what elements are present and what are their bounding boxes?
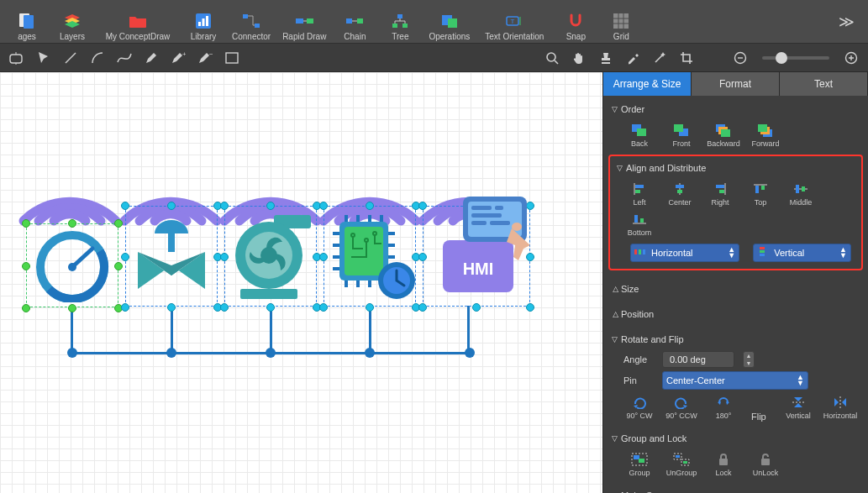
unlock-button[interactable]: UnLock <box>746 450 785 479</box>
svg-rect-87 <box>677 190 682 193</box>
svg-rect-93 <box>761 186 765 190</box>
tab-arrange[interactable]: Arrange & Size <box>603 72 692 96</box>
rotate-ccw-icon <box>674 396 689 409</box>
svg-rect-113 <box>719 459 728 465</box>
section-header[interactable]: ▽Make Same <box>612 487 860 493</box>
chain-icon <box>345 15 364 27</box>
unlock-icon <box>760 453 771 466</box>
toolbar-snap[interactable]: Snap <box>554 3 597 41</box>
toolbar-library[interactable]: Library <box>181 3 225 41</box>
zoom-out[interactable] <box>729 47 752 69</box>
svg-rect-6 <box>198 22 201 26</box>
align-right[interactable]: Right <box>701 180 739 208</box>
section-header[interactable]: ▽Group and Lock <box>612 430 860 447</box>
tool-rectangle[interactable] <box>220 47 244 69</box>
align-bottom[interactable]: Bottom <box>620 210 659 239</box>
tab-format[interactable]: Format <box>692 72 780 96</box>
toolbar-label: Text Orientation <box>485 32 544 41</box>
toolbar-myconceptdraw[interactable]: My ConceptDraw <box>96 3 180 41</box>
snap-icon <box>568 13 583 29</box>
align-left[interactable]: Left <box>620 180 659 208</box>
tab-text[interactable]: Text <box>780 72 868 96</box>
rotate-ccw[interactable]: 90° CCW <box>662 393 701 422</box>
svg-rect-16 <box>392 24 397 28</box>
toolbar-pages[interactable]: ages <box>5 3 49 41</box>
tool-line[interactable] <box>59 47 82 69</box>
tool-arc[interactable] <box>86 47 109 69</box>
zoom-in[interactable] <box>839 47 863 69</box>
order-front[interactable]: Front <box>662 121 701 149</box>
toolbar-textorientation[interactable]: T Text Orientation <box>476 3 552 41</box>
lock-button[interactable]: Lock <box>704 450 743 479</box>
tool-pen-remove[interactable]: − <box>193 47 217 69</box>
section-header[interactable]: ▽Align and Distribute <box>613 160 858 176</box>
order-back[interactable]: Back <box>620 121 659 149</box>
section-header[interactable]: ▽Rotate and Flip <box>612 331 860 348</box>
section-header[interactable]: ▷Size <box>612 281 860 297</box>
order-forward[interactable]: Forward <box>746 121 785 149</box>
toolbar-chain[interactable]: Chain <box>333 3 376 41</box>
tool-select[interactable] <box>5 47 29 69</box>
tool-curve[interactable] <box>113 47 136 69</box>
svg-rect-66 <box>471 206 492 210</box>
angle-field[interactable]: 0.00 deg <box>662 351 734 368</box>
eyedropper-icon <box>626 51 639 65</box>
svg-rect-26 <box>226 53 238 63</box>
gauge-shape <box>34 230 111 302</box>
svg-rect-15 <box>397 14 402 18</box>
chevron-down-icon: ▽ <box>612 434 618 443</box>
zoom-thumb[interactable] <box>776 52 787 64</box>
svg-rect-86 <box>676 185 684 188</box>
pen-add-icon: + <box>171 51 186 65</box>
toolbar-grid[interactable]: Grid <box>599 3 643 41</box>
toolbar-connector[interactable]: Connector <box>227 3 276 41</box>
rotate-180[interactable]: 180° <box>704 393 743 422</box>
svg-rect-23 <box>10 55 22 63</box>
svg-text:−: − <box>209 51 213 58</box>
toolbar-label: Tree <box>392 32 408 41</box>
distribute-vertical[interactable]: Vertical ▲▼ <box>753 244 851 262</box>
select-label: Horizontal <box>651 248 693 258</box>
flip-h-icon <box>833 396 848 409</box>
align-top[interactable]: Top <box>741 180 780 208</box>
rotate-cw[interactable]: 90° CW <box>620 393 659 422</box>
tool-magicwand[interactable] <box>648 47 671 69</box>
svg-rect-104 <box>760 250 765 253</box>
pin-select[interactable]: Center-Center ▲▼ <box>662 371 808 390</box>
toolbar-overflow[interactable]: ≫ <box>830 8 863 36</box>
svg-rect-9 <box>243 14 248 18</box>
toolbar-layers[interactable]: Layers <box>50 3 94 41</box>
tool-pointer[interactable] <box>32 47 55 69</box>
svg-text:T: T <box>511 18 515 25</box>
section-header[interactable]: ▽Order <box>612 101 860 118</box>
toolbar-operations[interactable]: Operations <box>423 3 475 41</box>
text-orientation-icon: T <box>505 13 523 29</box>
chevron-down-icon: ▽ <box>612 105 618 113</box>
ungroup-button[interactable]: UnGroup <box>662 450 701 479</box>
section-size: ▷Size <box>603 275 868 301</box>
align-middle[interactable]: Middle <box>781 180 820 208</box>
distribute-horizontal[interactable]: Horizontal ▲▼ <box>630 244 739 262</box>
canvas[interactable]: HMI <box>0 72 602 493</box>
flip-vertical[interactable]: Vertical <box>779 393 818 422</box>
order-backward[interactable]: Backward <box>704 121 743 149</box>
angle-stepper[interactable]: ▲▼ <box>743 351 755 368</box>
align-center[interactable]: Center <box>660 180 699 208</box>
toolbar-label: Layers <box>60 32 85 41</box>
zoom-slider[interactable] <box>762 56 829 60</box>
curve-icon <box>117 52 132 64</box>
group-button[interactable]: Group <box>620 450 659 479</box>
toolbar-tree[interactable]: Tree <box>378 3 422 41</box>
tool-pen-add[interactable]: + <box>166 47 190 69</box>
toolbar-rapiddraw[interactable]: Rapid Draw <box>277 3 331 41</box>
tool-crop[interactable] <box>675 47 698 69</box>
section-header[interactable]: ▷Position <box>612 306 860 323</box>
tool-eyedropper[interactable] <box>621 47 644 69</box>
flip-horizontal[interactable]: Horizontal <box>821 393 860 422</box>
crop-icon <box>680 51 693 65</box>
tool-stamp[interactable] <box>594 47 618 69</box>
tool-pen[interactable] <box>139 47 163 69</box>
grid-icon <box>613 13 629 29</box>
tool-hand[interactable] <box>567 47 591 69</box>
tool-find[interactable] <box>540 47 564 69</box>
